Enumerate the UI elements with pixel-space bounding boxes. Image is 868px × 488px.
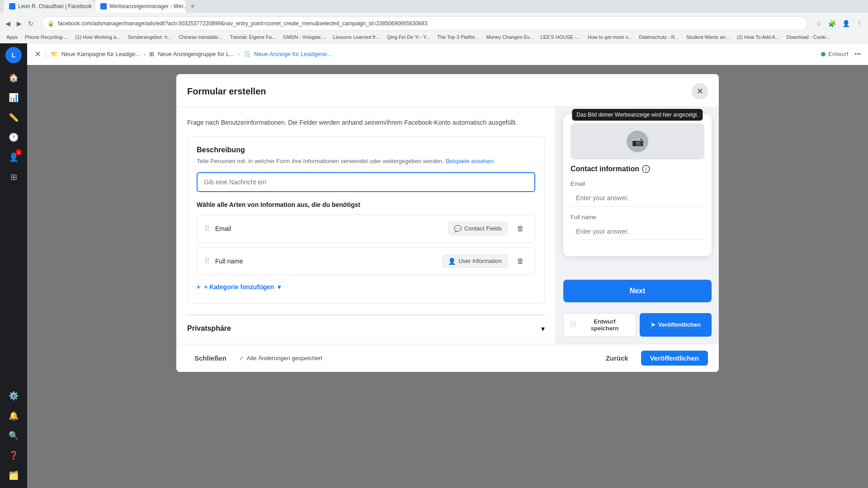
browser-chrome: Leon R. Chaudhari | Facebook ✕ Werbeanze… (0, 0, 868, 31)
veroffentlichen-fill-button[interactable]: Veröffentlichen (641, 351, 708, 366)
sidebar-bell-icon[interactable]: 🔔 (5, 407, 23, 425)
bookmark-10[interactable]: Money Changes Ev... (483, 33, 536, 41)
modal-close-button[interactable]: ✕ (692, 83, 708, 99)
contact-fields-icon: 💬 (454, 225, 462, 232)
sidebar-grid-icon[interactable]: ⊞ (5, 168, 23, 186)
sidebar-help-icon[interactable]: ❓ (5, 446, 23, 465)
url-text: facebook.com/adsmanager/manage/ads/edit?… (58, 20, 428, 27)
contact-fields-badge[interactable]: 💬 Contact Fields (448, 222, 508, 235)
notification-badge: 1 (15, 149, 22, 155)
avatar[interactable]: L (5, 47, 22, 63)
tab-adsmanager[interactable]: Werbeanzeigenmanager - Wer... ✕ (95, 0, 185, 13)
breadcrumb-anzeigengruppe[interactable]: Neue Anzeigengruppe für L... (158, 51, 234, 57)
extensions[interactable]: 🧩 (826, 19, 838, 28)
next-button[interactable]: Next (563, 280, 712, 302)
modal-title: Formular erstellen (187, 86, 266, 97)
bookmark-13[interactable]: Datenschutz - R... (637, 33, 682, 41)
preview-image: Das Bild deiner Werbeanzeige wird hier a… (571, 123, 704, 160)
delete-fullname-button[interactable]: 🗑 (513, 254, 528, 268)
breadcrumb-sep-1: › (144, 51, 146, 57)
bookmark-6[interactable]: GMSN - Vologda:... (280, 33, 329, 41)
delete-email-button[interactable]: 🗑 (513, 221, 528, 236)
drag-handle-fullname[interactable]: ⠿ (204, 257, 210, 265)
field-name-fullname: Full name (215, 258, 437, 265)
add-category-arrow: ▾ (278, 283, 281, 291)
info-icon[interactable]: i (642, 165, 650, 173)
sidebar-pages-icon[interactable]: 🗂️ (5, 466, 23, 484)
bookmark-1[interactable]: Phone Recycling-... (22, 33, 71, 41)
sidebar-search-icon[interactable]: 🔍 (5, 427, 23, 445)
zuruck-button[interactable]: Zurück (599, 351, 636, 366)
bookmark-7[interactable]: Lessons Learned fr... (330, 33, 382, 41)
user-information-icon: 👤 (448, 258, 456, 265)
sidebar-notification-icon[interactable]: 👤 1 (5, 148, 23, 166)
reload-nav[interactable]: ↻ (26, 19, 35, 28)
bottom-right-actions: Zurück Veröffentlichen (599, 351, 708, 366)
entwurf-label-text: Entwurf speichern (579, 318, 630, 332)
breadcrumb: ✕ | 📁 Neue Kampagne für Leadge... › ⊞ Ne… (27, 43, 868, 65)
bookmark-5[interactable]: Tutorial: Eigene Fa... (227, 33, 278, 41)
preview-image-icon: 📷 (627, 131, 648, 152)
message-input[interactable] (197, 172, 535, 192)
drag-handle-email[interactable]: ⠿ (204, 224, 210, 233)
bookmark-15[interactable]: (2) How To Add A... (734, 33, 782, 41)
modal-left-panel: Frage nach Benutzerinformationen. Die Fe… (176, 107, 556, 344)
add-category-button[interactable]: + + Kategorie hinzufügen ▾ (197, 280, 535, 294)
privatsphare-title: Privatsphäre (187, 324, 231, 333)
menu-btn[interactable]: ⋮ (854, 19, 864, 28)
privatsphare-header[interactable]: Privatsphäre ▾ (187, 324, 545, 333)
preview-fullname-input[interactable] (571, 223, 704, 240)
breadcrumb-anzeige[interactable]: Neue Anzeige für Leadgene... (254, 51, 332, 57)
schliessen-button[interactable]: Schließen (187, 351, 234, 366)
bookmark-9[interactable]: The Top 3 Platfor... (434, 33, 481, 41)
sidebar-settings-icon[interactable]: ⚙️ (5, 387, 23, 405)
bookmark-16[interactable]: Download - Cooki... (784, 33, 833, 41)
breadcrumb-kampagne[interactable]: Neue Kampagne für Leadge... (61, 51, 140, 57)
profile-btn[interactable]: 👤 (840, 19, 852, 28)
sidebar-chart-icon[interactable]: 📊 (5, 89, 23, 107)
forward-nav[interactable]: ▶ (15, 19, 24, 28)
sidebar-edit-icon[interactable]: ✏️ (5, 108, 23, 127)
breadcrumb-icon-close[interactable]: ✕ (34, 49, 41, 59)
facebook-favicon (9, 3, 15, 9)
modal-bottom-bar: Schließen ✓ Alle Änderungen gespeichert … (176, 344, 719, 372)
bookmark-14[interactable]: Student Wants an... (684, 33, 732, 41)
address-bar[interactable]: 🔒 facebook.com/adsmanager/manage/ads/edi… (42, 16, 808, 31)
bookmark-12[interactable]: How to get more v... (585, 33, 635, 41)
entwurf-label: Entwurf (828, 51, 848, 57)
bookmark-11[interactable]: LEE'S HOUSE -... (538, 33, 583, 41)
preview-area: Das Bild deiner Werbeanzeige wird hier a… (556, 107, 719, 280)
preview-bottom-actions: 📄 Entwurf speichern ➤ Veröffentlichen (556, 310, 719, 344)
beschreibung-section: Beschreibung Teile Personen mit, in welc… (187, 136, 545, 304)
beschreibung-desc-text: Teile Personen mit, in welcher Form ihre… (197, 158, 444, 164)
sidebar-home-icon[interactable]: 🏠 (5, 69, 23, 87)
contact-fields-label: Contact Fields (464, 225, 502, 232)
bookmark-star[interactable]: ☆ (814, 19, 824, 28)
privatsphare-chevron: ▾ (541, 324, 545, 333)
bookmark-3[interactable]: Sonderangebot: h... (125, 33, 175, 41)
beschreibung-title: Beschreibung (197, 146, 535, 154)
bookmark-apps[interactable]: Apps (4, 33, 20, 41)
contact-title-text: Contact information (571, 165, 639, 173)
add-category-label: + Kategorie hinzufügen (204, 283, 274, 291)
user-information-badge[interactable]: 👤 User Information (442, 254, 508, 268)
user-information-label: User Information (458, 258, 502, 264)
preview-email-input[interactable] (571, 190, 704, 206)
bookmark-4[interactable]: Chinese translatio... (176, 33, 225, 41)
preview-email-label: Email (571, 180, 704, 187)
phone-preview: Das Bild deiner Werbeanzeige wird hier a… (563, 114, 712, 256)
browser-tabs: Leon R. Chaudhari | Facebook ✕ Werbeanze… (0, 0, 868, 13)
beispiele-link[interactable]: Beispiele ansehen (446, 158, 494, 164)
bookmark-8[interactable]: Qing Fei De Yi - Y... (384, 33, 433, 41)
field-row-email: ⠿ Email 💬 Contact Fields 🗑 (197, 215, 535, 243)
bookmark-2[interactable]: (1) How Working a... (72, 33, 123, 41)
modal-body: Frage nach Benutzerinformationen. Die Fe… (176, 107, 719, 344)
add-category-plus: + (197, 283, 200, 291)
veroffentlichen-preview-button[interactable]: ➤ Veröffentlichen (640, 313, 712, 337)
entwurf-speichern-button[interactable]: 📄 Entwurf speichern (563, 313, 636, 337)
sidebar-clock-icon[interactable]: 🕐 (5, 128, 23, 146)
tab-facebook[interactable]: Leon R. Chaudhari | Facebook ✕ (4, 0, 94, 13)
new-tab-button[interactable]: + (186, 0, 199, 13)
breadcrumb-more-icon[interactable]: ••• (854, 51, 861, 57)
back-nav[interactable]: ◀ (4, 19, 12, 28)
